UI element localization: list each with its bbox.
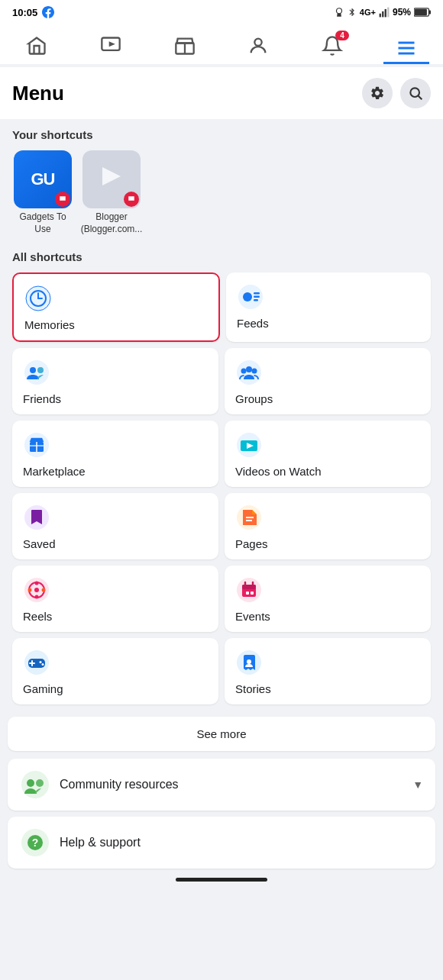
- feeds-icon: [237, 283, 264, 311]
- grid-memories[interactable]: Memories: [12, 272, 220, 342]
- svg-point-51: [35, 595, 39, 599]
- svg-rect-3: [387, 8, 389, 18]
- gadgets-badge: [55, 192, 70, 207]
- gaming-label: Gaming: [23, 682, 208, 695]
- see-more-button[interactable]: See more: [8, 717, 435, 751]
- grid-stories[interactable]: Stories: [225, 638, 431, 704]
- svg-point-34: [246, 366, 252, 372]
- svg-rect-0: [380, 14, 381, 18]
- svg-point-52: [28, 588, 32, 592]
- your-shortcuts-title: Your shortcuts: [8, 119, 435, 147]
- svg-point-29: [30, 367, 36, 373]
- saved-icon: [23, 504, 50, 531]
- grid-marketplace[interactable]: Marketplace: [12, 421, 218, 487]
- alarm-icon: [334, 7, 344, 18]
- saved-label: Saved: [23, 537, 208, 550]
- events-icon: [235, 576, 263, 604]
- shortcut-gadgets-label: Gadgets ToUse: [19, 211, 66, 235]
- page-title: Menu: [12, 82, 64, 105]
- home-icon: [26, 35, 47, 56]
- grid-gaming[interactable]: Gaming: [12, 638, 218, 704]
- shortcut-gadgets-thumb: GU: [14, 150, 72, 208]
- help-label: Help & support: [60, 836, 141, 849]
- shortcut-blogger[interactable]: Blogger(Blogger.com...: [81, 150, 142, 235]
- grid-videos-watch[interactable]: Videos on Watch: [225, 421, 431, 487]
- network-type: 4G+: [360, 8, 376, 17]
- memories-icon: [24, 285, 52, 312]
- status-bar: 10:05 4G+ 95%: [0, 0, 443, 24]
- grid-row-3: Marketplace Videos on Watch: [12, 421, 431, 487]
- community-resources-row[interactable]: Community resources ▼: [8, 759, 435, 811]
- grid-friends[interactable]: Friends: [12, 348, 218, 414]
- watch-icon: [100, 35, 121, 56]
- reels-icon: [23, 576, 50, 604]
- reels-label: Reels: [23, 610, 208, 623]
- notification-badge: 4: [335, 31, 349, 40]
- grid-row-1: Memories Feeds: [12, 272, 431, 342]
- svg-marker-18: [102, 167, 121, 185]
- shortcut-gadgets[interactable]: GU Gadgets ToUse: [12, 150, 73, 235]
- nav-notifications[interactable]: 4: [309, 32, 355, 60]
- grid-groups[interactable]: Groups: [225, 348, 431, 414]
- svg-point-28: [24, 360, 49, 385]
- videos-watch-icon: [235, 431, 263, 459]
- pages-icon: [235, 504, 263, 531]
- grid-row-5: Reels Events: [12, 566, 431, 632]
- battery-percent: 95%: [393, 7, 411, 18]
- community-icon: [20, 769, 50, 800]
- bluetooth-icon: [348, 7, 357, 18]
- blogger-badge: [124, 192, 139, 207]
- nav-menu[interactable]: [383, 34, 429, 64]
- battery-icon: [414, 8, 431, 17]
- menu-hamburger-icon: [396, 37, 417, 59]
- status-left: 10:05: [12, 6, 54, 18]
- facebook-status-icon: [42, 6, 54, 18]
- grid-pages[interactable]: Pages: [225, 493, 431, 559]
- svg-text:?: ?: [32, 837, 39, 849]
- svg-point-66: [42, 663, 44, 666]
- search-icon: [408, 85, 423, 101]
- nav-marketplace[interactable]: [162, 32, 208, 60]
- nav-bar: 4: [0, 24, 443, 66]
- nav-profile[interactable]: [235, 32, 281, 60]
- stories-icon: [235, 649, 263, 676]
- grid-saved[interactable]: Saved: [12, 493, 218, 559]
- svg-rect-6: [428, 10, 431, 14]
- shortcut-blogger-thumb: [82, 150, 141, 208]
- help-icon: ?: [20, 827, 50, 858]
- grid-feeds[interactable]: Feeds: [226, 272, 431, 342]
- all-shortcuts-title: All shortcuts: [8, 241, 435, 269]
- help-support-row[interactable]: ? Help & support: [8, 817, 435, 869]
- header-actions: [362, 78, 431, 108]
- nav-watch[interactable]: [88, 32, 134, 60]
- shortcut-blogger-label: Blogger(Blogger.com...: [81, 211, 143, 235]
- svg-rect-25: [254, 292, 260, 295]
- svg-rect-1: [382, 11, 383, 18]
- search-button[interactable]: [400, 78, 431, 108]
- groups-label: Groups: [235, 392, 420, 405]
- home-indicator: [176, 878, 267, 882]
- friends-label: Friends: [23, 392, 208, 405]
- community-label: Community resources: [60, 778, 412, 791]
- memories-label: Memories: [24, 318, 208, 331]
- svg-rect-2: [385, 9, 386, 18]
- svg-point-49: [34, 588, 39, 592]
- grid-row-2: Friends Groups: [12, 348, 431, 414]
- shortcuts-row: GU Gadgets ToUse: [8, 147, 435, 241]
- grid-reels[interactable]: Reels: [12, 566, 218, 632]
- pages-label: Pages: [235, 537, 420, 550]
- svg-point-32: [241, 369, 247, 374]
- svg-point-71: [36, 779, 44, 787]
- signal-icon: [379, 7, 390, 18]
- settings-button[interactable]: [362, 78, 393, 108]
- all-shortcuts-grid: Memories Feeds: [8, 269, 435, 714]
- nav-home[interactable]: [14, 32, 60, 60]
- gear-icon: [370, 85, 385, 101]
- feeds-label: Feeds: [237, 317, 420, 330]
- svg-rect-60: [251, 592, 254, 595]
- marketplace-icon: [174, 35, 196, 56]
- svg-line-17: [419, 96, 422, 100]
- groups-icon: [235, 359, 263, 386]
- svg-rect-56: [242, 585, 256, 589]
- grid-events[interactable]: Events: [225, 566, 431, 632]
